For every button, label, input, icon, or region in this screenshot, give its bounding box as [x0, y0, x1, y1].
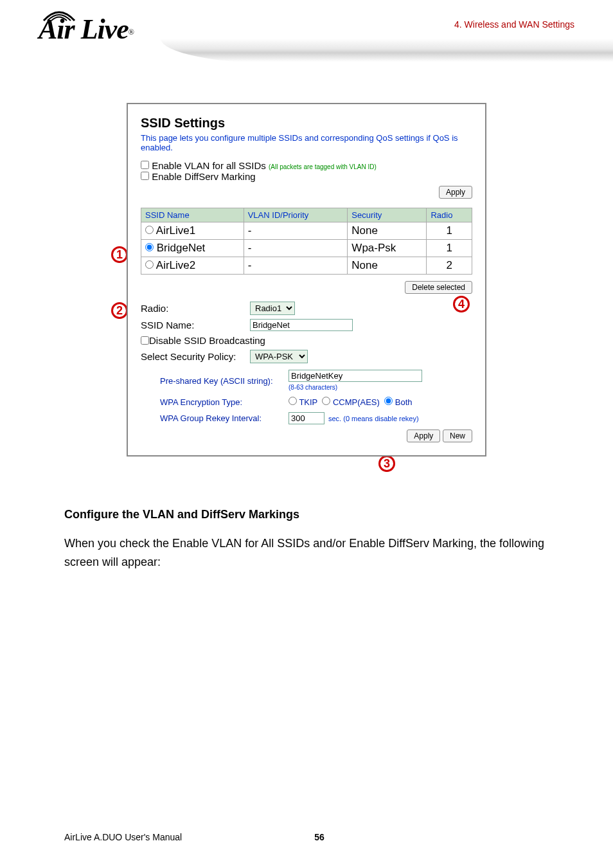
rekey-label: WPA Group Rekey Interval:: [160, 413, 289, 423]
ssid-select-radio[interactable]: [145, 226, 154, 234]
footer-page-number: 56: [314, 832, 324, 842]
enc-ccmp-radio[interactable]: [322, 397, 330, 405]
wpa-subform: Pre-shared Key (ASCII string): (8-63 cha…: [160, 370, 472, 442]
rekey-input[interactable]: [289, 412, 324, 424]
callout-1: 1: [111, 246, 128, 263]
ssid-name-label: SSID Name:: [141, 320, 250, 330]
enable-vlan-label: Enable VLAN for all SSIDs: [152, 160, 266, 171]
disable-broadcast-label: Disable SSID Broadcasting: [149, 335, 265, 346]
panel-title: SSID Settings: [141, 116, 472, 131]
page-footer: AirLive A.DUO User's Manual 56: [64, 832, 574, 842]
psk-label: Pre-shared Key (ASCII string):: [160, 376, 289, 386]
col-vlan: VLAN ID/Priority: [244, 208, 348, 222]
col-security: Security: [348, 208, 427, 222]
table-header-row: SSID Name VLAN ID/Priority Security Radi…: [141, 208, 472, 222]
enable-vlan-row: Enable VLAN for all SSIDs (All packets a…: [141, 160, 472, 171]
ssid-select-radio[interactable]: [145, 260, 154, 269]
ssid-name-input[interactable]: [250, 319, 353, 331]
section-paragraph: When you check the Enable VLAN for All S…: [64, 534, 549, 572]
enable-diffserv-row: Enable DiffServ Marking: [141, 171, 472, 182]
logo-arc-icon: [41, 9, 77, 23]
header-swoosh: [161, 39, 613, 64]
chapter-title: 4. Wireless and WAN Settings: [454, 19, 574, 30]
psk-hint: (8-63 characters): [289, 384, 337, 391]
radio-label: Radio:: [141, 303, 250, 314]
psk-input[interactable]: [289, 370, 422, 382]
enable-diffserv-checkbox[interactable]: [141, 172, 149, 180]
ssid-edit-form: Radio: Radio1 SSID Name: Disable SSID Br…: [141, 302, 472, 363]
delete-selected-button[interactable]: Delete selected: [405, 281, 472, 294]
enc-type-label: WPA Encryption Type:: [160, 397, 289, 407]
table-row: AirLive1 - None 1: [141, 222, 472, 240]
enc-tkip-radio[interactable]: [289, 397, 297, 405]
enable-diffserv-label: Enable DiffServ Marking: [152, 171, 255, 182]
enable-vlan-hint: (All packets are tagged with VLAN ID): [269, 163, 377, 170]
ssid-select-radio[interactable]: [145, 243, 154, 251]
apply-top-button[interactable]: Apply: [439, 186, 472, 199]
footer-manual-name: AirLive A.DUO User's Manual: [64, 832, 182, 842]
table-row: AirLive2 - None 2: [141, 257, 472, 275]
ssid-settings-panel: SSID Settings This page lets you configu…: [127, 103, 486, 457]
ssid-table: SSID Name VLAN ID/Priority Security Radi…: [141, 208, 472, 275]
enable-vlan-checkbox[interactable]: [141, 161, 149, 169]
registered-icon: ®: [129, 28, 134, 37]
security-policy-label: Select Security Policy:: [141, 351, 250, 362]
table-row: BridgeNet - Wpa-Psk 1: [141, 240, 472, 257]
section-heading: Configure the VLAN and DiffServ Markings: [64, 508, 613, 521]
enc-both-radio[interactable]: [384, 397, 393, 405]
security-policy-select[interactable]: WPA-PSK: [250, 350, 308, 363]
page-header: Air Live® 4. Wireless and WAN Settings: [0, 0, 613, 77]
panel-description: This page lets you configure multiple SS…: [141, 133, 472, 152]
disable-broadcast-checkbox[interactable]: [141, 336, 149, 345]
col-ssidname: SSID Name: [141, 208, 244, 222]
callout-3: 3: [378, 455, 395, 472]
col-radio: Radio: [427, 208, 472, 222]
callout-2: 2: [111, 302, 128, 319]
new-button[interactable]: New: [443, 429, 472, 442]
apply-bottom-button[interactable]: Apply: [407, 429, 440, 442]
brand-logo: Air Live®: [39, 13, 134, 46]
radio-select[interactable]: Radio1: [250, 302, 295, 315]
